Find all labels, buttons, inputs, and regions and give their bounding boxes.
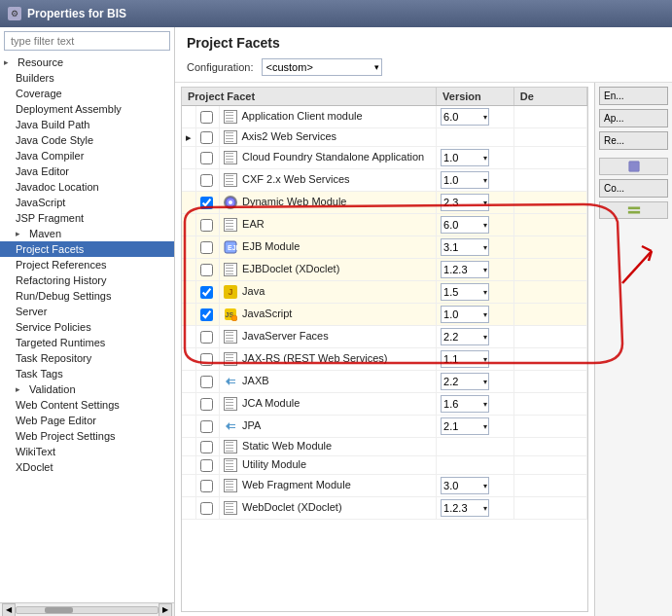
ap-button[interactable]: Ap... (599, 109, 668, 127)
sidebar-item-deployment-assembly[interactable]: Deployment Assembly (0, 101, 174, 117)
sidebar-item-java-build-path[interactable]: Java Build Path (0, 117, 174, 132)
checkbox-cell[interactable] (196, 281, 220, 304)
checkbox-cell[interactable] (196, 147, 220, 169)
facet-checkbox-static-web[interactable] (200, 441, 213, 453)
sidebar-item-web-content-settings[interactable]: Web Content Settings (0, 397, 174, 413)
version-cell[interactable]: 1.1 (437, 348, 514, 371)
checkbox-cell[interactable] (196, 475, 220, 497)
sidebar-item-javadoc-location[interactable]: Javadoc Location (0, 179, 174, 195)
icon-button-1[interactable] (599, 158, 668, 175)
sidebar-item-web-page-editor[interactable]: Web Page Editor (0, 413, 174, 428)
version-cell[interactable]: 1.2.3 (437, 497, 514, 520)
en-button[interactable]: En... (599, 87, 668, 105)
version-select-ear[interactable]: 6.0 (441, 216, 489, 234)
nav-scrollbar[interactable]: ◀ ▶ (0, 602, 174, 616)
checkbox-cell[interactable] (196, 456, 220, 475)
facet-checkbox-cxf[interactable] (200, 174, 213, 187)
sidebar-item-wikitext[interactable]: WikiText (0, 444, 174, 459)
facet-checkbox-jpa[interactable] (200, 420, 213, 433)
facet-checkbox-app-client[interactable] (200, 111, 213, 124)
version-select-jsf[interactable]: 2.2 (441, 328, 489, 345)
version-select-java[interactable]: 1.5 (441, 283, 489, 301)
sidebar-item-java-code-style[interactable]: Java Code Style (0, 132, 174, 148)
facet-checkbox-utility[interactable] (200, 459, 213, 472)
checkbox-cell[interactable] (196, 326, 220, 348)
checkbox-cell[interactable] (196, 393, 220, 416)
icon-button-2[interactable] (599, 201, 668, 219)
version-cell[interactable]: 6.0 (437, 214, 514, 236)
version-cell[interactable]: 2.2 (437, 326, 514, 348)
sidebar-item-task-tags[interactable]: Task Tags (0, 366, 174, 381)
checkbox-cell[interactable] (196, 304, 220, 326)
sidebar-item-targeted-runtimes[interactable]: Targeted Runtimes (0, 335, 174, 350)
version-cell[interactable]: 2.1 (437, 416, 514, 438)
version-cell[interactable]: 1.0 (437, 147, 514, 169)
checkbox-cell[interactable] (196, 128, 220, 147)
checkbox-cell[interactable] (196, 192, 220, 214)
version-select-dynamic-web[interactable]: 2.3 (441, 194, 489, 211)
checkbox-cell[interactable] (196, 497, 220, 520)
facet-checkbox-ear[interactable] (200, 219, 213, 232)
re-button[interactable]: Re... (599, 131, 668, 150)
sidebar-item-refactoring-history[interactable]: Refactoring History (0, 272, 174, 288)
facet-checkbox-dynamic-web[interactable] (200, 197, 213, 209)
version-cell[interactable]: 1.5 (437, 281, 514, 304)
facet-checkbox-jsf[interactable] (200, 331, 213, 344)
version-select-cloud-foundry[interactable]: 1.0 (441, 149, 489, 166)
checkbox-cell[interactable] (196, 106, 220, 128)
version-cell[interactable]: 6.0 (437, 106, 514, 128)
checkbox-cell[interactable] (196, 371, 220, 393)
sidebar-item-service-policies[interactable]: Service Policies (0, 319, 174, 335)
facet-checkbox-jaxb[interactable] (200, 376, 213, 388)
scroll-left-btn[interactable]: ◀ (2, 603, 16, 617)
version-cell[interactable]: 2.3 (437, 192, 514, 214)
version-select-web-fragment[interactable]: 3.0 (441, 477, 489, 494)
version-select-ejb[interactable]: 3.1 (441, 238, 489, 256)
facets-table-container[interactable]: Project Facet Version De (181, 87, 588, 612)
config-select[interactable]: <custom> Default Configuration (262, 58, 382, 76)
facet-checkbox-axis2[interactable] (200, 131, 213, 144)
sidebar-item-project-references[interactable]: Project References (0, 257, 174, 272)
version-select-cxf[interactable]: 1.0 (441, 171, 489, 189)
checkbox-cell[interactable] (196, 259, 220, 281)
facet-checkbox-jca[interactable] (200, 398, 213, 411)
version-cell[interactable]: 1.0 (437, 169, 514, 192)
version-cell[interactable]: 1.2.3 (437, 259, 514, 281)
sidebar-item-javascript[interactable]: JavaScript (0, 195, 174, 210)
version-cell[interactable]: 1.0 (437, 304, 514, 326)
sidebar-item-xdoclet[interactable]: XDoclet (0, 459, 174, 475)
sidebar-item-java-compiler[interactable]: Java Compiler (0, 148, 174, 163)
filter-input[interactable] (4, 31, 170, 51)
version-select-app-client[interactable]: 6.0 (441, 108, 489, 126)
sidebar-item-coverage[interactable]: Coverage (0, 86, 174, 101)
sidebar-item-web-project-settings[interactable]: Web Project Settings (0, 428, 174, 444)
checkbox-cell[interactable] (196, 438, 220, 456)
scrollbar-thumb[interactable] (45, 607, 73, 613)
version-select-jaxb[interactable]: 2.2 (441, 373, 489, 390)
sidebar-item-builders[interactable]: Builders (0, 70, 174, 86)
version-select-jax-rs[interactable]: 1.1 (441, 350, 489, 368)
facet-checkbox-jax-rs[interactable] (200, 353, 213, 366)
sidebar-item-run-debug-settings[interactable]: Run/Debug Settings (0, 288, 174, 304)
checkbox-cell[interactable] (196, 236, 220, 259)
version-select-jpa[interactable]: 2.1 (441, 417, 489, 435)
scroll-right-btn[interactable]: ▶ (159, 603, 172, 617)
facet-checkbox-web-fragment[interactable] (200, 480, 213, 492)
facet-checkbox-webdoclet[interactable] (200, 502, 213, 515)
version-select-ejbdoclet[interactable]: 1.2.3 (441, 261, 489, 278)
version-select-jca[interactable]: 1.6 (441, 395, 489, 413)
checkbox-cell[interactable] (196, 416, 220, 438)
version-cell[interactable]: 1.6 (437, 393, 514, 416)
co-button[interactable]: Co... (599, 179, 668, 198)
checkbox-cell[interactable] (196, 214, 220, 236)
sidebar-item-server[interactable]: Server (0, 304, 174, 319)
sidebar-item-task-repository[interactable]: Task Repository (0, 350, 174, 366)
sidebar-item-validation[interactable]: ▸ Validation (0, 381, 174, 397)
facet-checkbox-ejb[interactable] (200, 241, 213, 254)
sidebar-item-project-facets[interactable]: Project Facets (0, 241, 174, 257)
version-cell[interactable]: 2.2 (437, 371, 514, 393)
sidebar-item-jsp-fragment[interactable]: JSP Fragment (0, 210, 174, 226)
facet-checkbox-javascript[interactable] (200, 308, 213, 321)
scrollbar-track[interactable] (16, 606, 159, 614)
checkbox-cell[interactable] (196, 169, 220, 192)
